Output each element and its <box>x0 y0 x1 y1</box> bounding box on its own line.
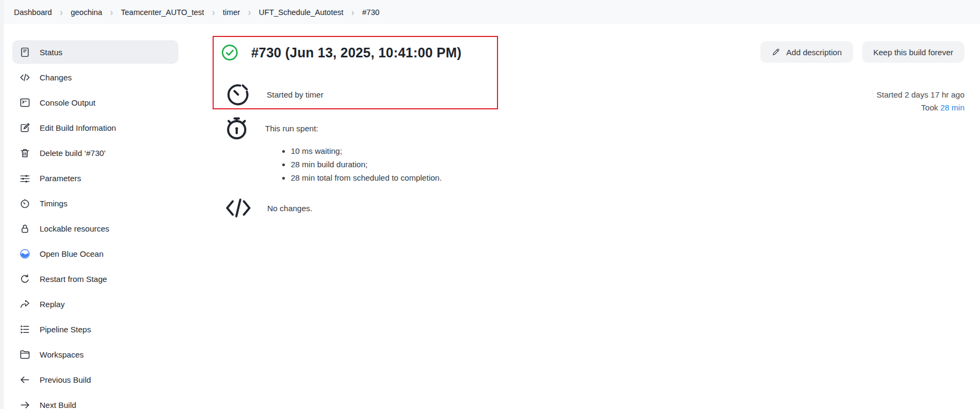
pencil-icon <box>772 48 780 56</box>
breadcrumb-uft-schedule-autotest[interactable]: UFT_Schedule_Autotest <box>259 8 343 17</box>
sidebar-item-label: Timings <box>40 199 67 208</box>
terminal-icon <box>19 97 31 108</box>
breadcrumb-separator: › <box>110 6 113 18</box>
run-spent-item: 10 ms waiting; <box>291 146 442 155</box>
sidebar-item-previous-build[interactable]: Previous Build <box>12 368 178 391</box>
sidebar-item-pipeline-steps[interactable]: Pipeline Steps <box>12 317 178 341</box>
sidebar-item-label: Changes <box>40 73 72 82</box>
run-spent-list: 10 ms waiting; 28 min build duration; 28… <box>291 146 442 187</box>
sidebar-item-label: Delete build ‘#730’ <box>40 148 105 158</box>
folder-icon <box>19 349 31 360</box>
trash-icon <box>19 147 31 159</box>
add-description-button[interactable]: Add description <box>760 41 853 63</box>
sidebar-item-lockable-resources[interactable]: Lockable resources <box>12 217 178 240</box>
edit-icon <box>19 122 31 133</box>
run-spent-item: 28 min build duration; <box>291 160 442 169</box>
clock-icon <box>19 198 31 209</box>
sidebar-item-label: Pipeline Steps <box>40 325 91 334</box>
success-check-icon <box>221 43 239 62</box>
breadcrumb-dashboard[interactable]: Dashboard <box>14 8 52 17</box>
restart-icon <box>19 273 31 285</box>
breadcrumb-timer[interactable]: timer <box>223 8 240 17</box>
started-by-text: Started by timer <box>267 90 323 99</box>
keep-build-forever-button[interactable]: Keep this build forever <box>862 41 964 63</box>
build-title: #730 (Jun 13, 2025, 10:41:00 PM) <box>251 45 462 61</box>
sidebar-item-label: Lockable resources <box>40 224 109 233</box>
sidebar-item-changes[interactable]: Changes <box>12 65 178 89</box>
build-header: #730 (Jun 13, 2025, 10:41:00 PM) <box>221 43 462 62</box>
took-line: Took 28 min <box>877 101 964 114</box>
sidebar-item-next-build[interactable]: Next Build <box>12 393 178 409</box>
sidebar-item-open-blue-ocean[interactable]: Open Blue Ocean <box>12 242 178 265</box>
sidebar-item-label: Replay <box>40 300 65 309</box>
sidebar-item-label: Edit Build Information <box>40 123 116 132</box>
breadcrumb-separator: › <box>212 6 215 18</box>
replay-icon <box>19 299 31 310</box>
breadcrumb-bar: Dashboard › geochina › Teamcenter_AUTO_t… <box>4 0 980 24</box>
sidebar-item-timings[interactable]: Timings <box>12 191 178 215</box>
blue-ocean-icon <box>19 248 31 259</box>
arrow-left-icon <box>19 374 31 385</box>
breadcrumb-separator: › <box>60 6 63 18</box>
add-description-label: Add description <box>786 48 841 57</box>
code-changes-icon <box>224 196 253 220</box>
arrow-right-icon <box>19 399 31 409</box>
sidebar-item-label: Console Output <box>40 98 95 107</box>
run-spent-heading: This run spent: <box>265 124 318 133</box>
sidebar-item-label: Restart from Stage <box>40 274 107 284</box>
took-duration-link[interactable]: 28 min <box>940 103 964 112</box>
stopwatch-icon <box>224 115 250 141</box>
breadcrumb-separator: › <box>351 6 354 18</box>
sidebar-item-workspaces[interactable]: Workspaces <box>12 343 178 366</box>
lock-icon <box>19 223 31 234</box>
started-ago-text: Started 2 days 17 hr ago <box>877 88 964 101</box>
took-label: Took <box>921 103 938 112</box>
changes-row: No changes. <box>224 196 312 220</box>
sidebar-item-label: Next Build <box>40 400 76 409</box>
sidebar-item-restart-from-stage[interactable]: Restart from Stage <box>12 267 178 291</box>
timer-clock-icon <box>225 82 251 107</box>
sidebar-item-edit-build-information[interactable]: Edit Build Information <box>12 116 178 139</box>
breadcrumb-geochina[interactable]: geochina <box>71 8 102 17</box>
started-by-row: Started by timer <box>225 82 323 107</box>
breadcrumb-build-number[interactable]: #730 <box>362 8 379 17</box>
code-icon <box>19 72 31 83</box>
changes-summary-text: No changes. <box>267 204 312 213</box>
run-spent-item: 28 min total from scheduled to completio… <box>291 173 442 182</box>
sliders-icon <box>19 173 31 184</box>
jenkins-build-page: Dashboard › geochina › Teamcenter_AUTO_t… <box>0 0 980 409</box>
build-actions: Add description Keep this build forever <box>760 41 964 63</box>
sidebar-item-label: Open Blue Ocean <box>40 249 103 258</box>
page-edge-strip <box>0 0 4 409</box>
sidebar-item-parameters[interactable]: Parameters <box>12 166 178 190</box>
build-meta: Started 2 days 17 hr ago Took 28 min <box>877 88 964 114</box>
sidebar-item-label: Previous Build <box>40 375 91 384</box>
breadcrumb-separator: › <box>248 6 251 18</box>
breadcrumb: Dashboard › geochina › Teamcenter_AUTO_t… <box>14 8 380 17</box>
sidebar-item-label: Parameters <box>40 174 81 183</box>
status-document-icon <box>19 47 31 58</box>
breadcrumb-teamcenter-auto-test[interactable]: Teamcenter_AUTO_test <box>121 8 204 17</box>
sidebar-item-label: Status <box>40 48 63 57</box>
keep-build-forever-label: Keep this build forever <box>873 48 953 57</box>
run-spent-row: This run spent: <box>224 115 318 141</box>
sidebar-item-delete-build[interactable]: Delete build ‘#730’ <box>12 141 178 165</box>
sidebar-item-status[interactable]: Status <box>12 40 178 64</box>
pipeline-steps-icon <box>19 324 31 335</box>
sidebar-item-replay[interactable]: Replay <box>12 292 178 316</box>
sidebar-item-console-output[interactable]: Console Output <box>12 91 178 114</box>
build-sidebar: Status Changes Console Output Edit Build… <box>12 40 178 409</box>
sidebar-item-label: Workspaces <box>40 350 84 359</box>
